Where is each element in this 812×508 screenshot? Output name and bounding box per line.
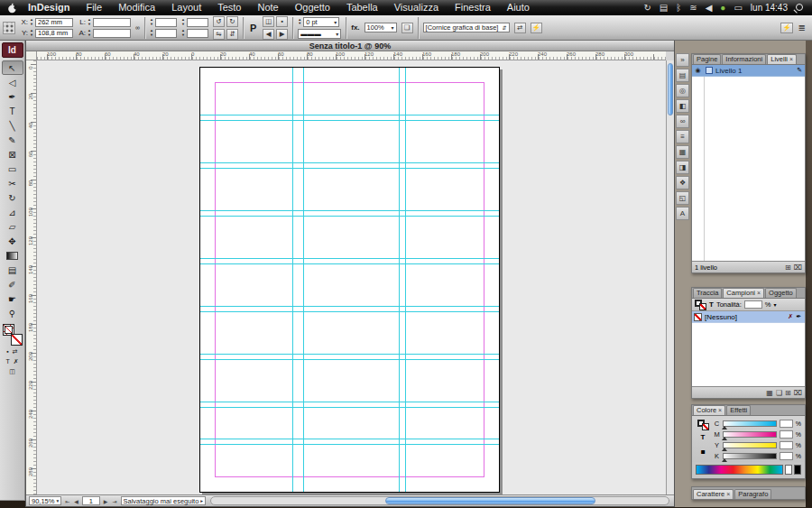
sync-icon[interactable]: ↻ — [643, 0, 651, 15]
menu-item-file[interactable]: File — [78, 0, 110, 15]
new-swatch-icon[interactable]: ⊞ — [785, 389, 791, 397]
channel-value-field[interactable] — [780, 441, 793, 449]
guide-horizontal[interactable] — [200, 311, 499, 312]
clear-overrides-button[interactable]: ⇄ — [514, 23, 526, 33]
window-title-bar[interactable]: Senza titolo-1 @ 90% — [26, 41, 674, 51]
fill-swatch[interactable] — [11, 334, 23, 346]
white-swatch[interactable] — [785, 465, 792, 475]
display-icon[interactable]: ▤ — [660, 0, 668, 15]
visibility-eye-icon[interactable]: ◉ — [692, 67, 704, 74]
guide-horizontal[interactable] — [200, 439, 499, 439]
guide-horizontal[interactable] — [200, 306, 499, 307]
free-transform-tool[interactable]: ✥ — [2, 234, 23, 248]
horizontal-ruler[interactable]: 1008060402002040608010012014016018020022… — [37, 51, 666, 60]
eyedropper-tool[interactable]: ✐ — [2, 277, 23, 291]
scale-tool[interactable]: ⊿ — [2, 205, 23, 219]
rectangle-tool[interactable]: ▭ — [2, 162, 23, 176]
menu-item-finestra[interactable]: Finestra — [447, 0, 499, 15]
collapse-dock-icon[interactable]: » — [676, 53, 689, 67]
zoom-tool[interactable]: ⚲ — [2, 306, 23, 320]
guide-horizontal[interactable] — [200, 359, 499, 360]
guide-vertical[interactable] — [405, 68, 406, 492]
ruler-origin-corner[interactable] — [26, 51, 37, 60]
stepper-icon[interactable]: ▲▼ — [150, 29, 153, 37]
selection-tool[interactable]: ↖ — [2, 60, 23, 75]
clock[interactable]: lun 14:43 — [751, 3, 788, 13]
select-next-button[interactable]: ▶ — [276, 29, 288, 40]
tab-campioni[interactable]: Campioni× — [723, 288, 764, 298]
pages-panel-icon[interactable]: ▤ — [676, 69, 689, 82]
spotlight-icon[interactable] — [796, 4, 803, 11]
flip-horizontal-button[interactable]: ⇋ — [213, 29, 225, 40]
guide-horizontal[interactable] — [200, 402, 499, 402]
guide-vertical[interactable] — [399, 68, 400, 492]
close-icon[interactable]: × — [789, 55, 793, 64]
slider-marker-icon[interactable] — [722, 458, 727, 462]
delete-layer-icon[interactable]: ⌧ — [794, 263, 802, 272]
constrain-proportions-icon[interactable]: ∞ — [135, 24, 140, 31]
pencil-tool[interactable]: ✎ — [2, 133, 23, 147]
channel-slider[interactable] — [723, 453, 777, 459]
close-icon[interactable]: × — [726, 490, 730, 499]
stroke-panel-icon[interactable]: ≡ — [676, 130, 689, 143]
type-tool[interactable]: T — [2, 104, 23, 118]
channel-value-field[interactable] — [780, 452, 793, 460]
scissors-tool[interactable]: ✂ — [2, 176, 23, 190]
text-color-icon[interactable]: T — [709, 300, 714, 309]
rotate-cw-button[interactable]: ↻ — [226, 16, 238, 27]
close-icon[interactable]: × — [757, 289, 761, 298]
stepper-icon[interactable]: ▲▼ — [181, 29, 185, 37]
guide-horizontal[interactable] — [200, 120, 499, 121]
menu-item-note[interactable]: Note — [249, 0, 286, 15]
guide-horizontal[interactable] — [200, 258, 499, 259]
stepper-icon[interactable]: ▲▼ — [30, 29, 33, 37]
horizontal-scroll-thumb[interactable] — [385, 497, 595, 504]
volume-icon[interactable]: ◀ — [706, 0, 713, 15]
fill-stroke-widget[interactable] — [2, 324, 23, 346]
stepper-icon[interactable]: ▲▼ — [181, 18, 185, 26]
drop-shadow-button[interactable]: ❏ — [401, 23, 413, 33]
apple-menu-icon[interactable] — [7, 3, 18, 14]
direct-selection-tool[interactable]: ◁ — [2, 75, 23, 89]
guide-horizontal[interactable] — [200, 354, 499, 355]
select-previous-button[interactable]: ◀ — [263, 29, 274, 40]
next-page-button[interactable]: ▶ — [103, 498, 109, 504]
guide-horizontal[interactable] — [200, 168, 499, 169]
vertical-scroll-thumb[interactable] — [668, 63, 673, 115]
stepper-icon[interactable]: ▲▼ — [30, 18, 33, 26]
y-field[interactable]: 108,8 mm — [35, 29, 73, 38]
screen-mode-button[interactable]: ◫ — [9, 368, 15, 375]
pasteboard[interactable] — [37, 60, 666, 494]
quick-apply-icon[interactable]: ⚡ — [780, 23, 792, 33]
shear-tool[interactable]: ▱ — [2, 219, 23, 234]
channel-slider[interactable] — [723, 420, 777, 427]
delete-swatch-icon[interactable]: ⌧ — [794, 389, 802, 397]
channel-value-field[interactable] — [780, 430, 793, 439]
guide-vertical[interactable] — [292, 68, 293, 492]
links-panel-icon[interactable]: ∞ — [676, 115, 689, 128]
stepper-icon[interactable]: ▲▼ — [88, 29, 91, 37]
swatches-panel-icon[interactable]: ▦ — [676, 145, 689, 159]
wifi-icon[interactable]: ≋ — [689, 0, 697, 15]
layer-row[interactable]: ◉ Livello 1 ✎ — [692, 65, 805, 77]
menu-item-modifica[interactable]: Modifica — [110, 0, 163, 15]
page[interactable] — [199, 67, 500, 493]
tab-oggetto[interactable]: Oggetto — [765, 288, 797, 298]
channel-slider[interactable] — [723, 431, 777, 438]
slider-marker-icon[interactable] — [722, 426, 727, 429]
swatch-group-icon[interactable]: ▦ — [766, 389, 773, 397]
tab-paragrafo[interactable]: Paragrafo — [734, 489, 771, 499]
chevron-down-icon[interactable]: ▾ — [774, 301, 777, 308]
tab-traccia[interactable]: Traccia — [693, 288, 722, 298]
rectangle-frame-tool[interactable]: ⊠ — [2, 147, 23, 162]
stroke-type-dropdown[interactable]: ▬▬▬▾ — [298, 29, 341, 39]
text-color-icon[interactable]: T — [701, 433, 706, 441]
menu-item-visualizza[interactable]: Visualizza — [386, 0, 447, 15]
cmyk-spectrum-ramp[interactable] — [696, 465, 783, 475]
tab-pagine[interactable]: Pagine — [693, 54, 721, 64]
swap-fill-stroke-icon[interactable]: ⇄ — [13, 348, 18, 356]
reference-point-proxy[interactable] — [3, 22, 15, 34]
guide-horizontal[interactable] — [200, 263, 499, 264]
battery-icon[interactable]: ▭ — [734, 0, 742, 15]
new-layer-icon[interactable]: ⊞ — [785, 263, 791, 272]
